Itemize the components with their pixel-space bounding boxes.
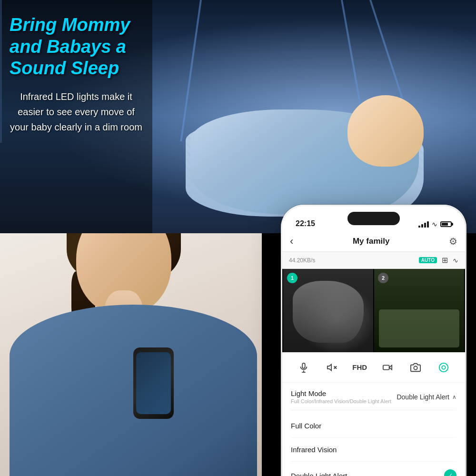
- camera-feed-1[interactable]: 1: [283, 269, 373, 352]
- text-overlay: Bring Mommy and Babays a Sound Sleep Inf…: [0, 0, 152, 233]
- light-mode-current-value[interactable]: Double Light Alert ∧: [397, 393, 456, 401]
- cam2-badge: 2: [378, 273, 388, 283]
- light-mode-section: Light Mode Full Color/Infrared Vision/Do…: [282, 383, 465, 476]
- toolbar-icons: AUTO ⊞ ∿: [419, 256, 458, 265]
- phone-notch: [347, 212, 400, 225]
- svg-point-8: [442, 366, 445, 369]
- baby-head: [347, 95, 424, 167]
- phone-inner-screen: 22:15 ∿: [282, 206, 465, 476]
- woman-photo: [0, 233, 262, 476]
- option-double-light-alert[interactable]: Double Light Alert ✓: [282, 462, 465, 476]
- infrared-view: [283, 269, 373, 352]
- ir-baby-figure: [293, 281, 364, 343]
- room-view: [374, 269, 464, 352]
- woman-hand-phone: [133, 347, 174, 419]
- top-hero-section: Bring Mommy and Babays a Sound Sleep Inf…: [0, 0, 476, 233]
- control-icons-row: FHD: [282, 352, 465, 383]
- option-label: Infrared Vision: [291, 446, 337, 454]
- option-label: Double Light Alert: [291, 472, 347, 476]
- settings-icon[interactable]: ⚙: [449, 236, 457, 247]
- svg-marker-1: [327, 364, 331, 370]
- subtext: Infrared LED lights make it easier to se…: [10, 89, 143, 135]
- signal-icon: [418, 221, 429, 228]
- option-label: Full Color: [291, 422, 321, 430]
- signal-bar-4: [427, 221, 429, 228]
- settings-wheel-button[interactable]: [434, 358, 453, 377]
- camera-feed-2[interactable]: 2: [374, 269, 464, 352]
- status-icons: ∿: [418, 220, 452, 228]
- status-time: 22:15: [296, 219, 315, 228]
- battery-fill: [442, 223, 448, 226]
- quality-button[interactable]: FHD: [350, 358, 369, 377]
- app-toolbar: 44.20KB/s AUTO ⊞ ∿: [282, 252, 465, 269]
- record-button[interactable]: [378, 358, 397, 377]
- selected-checkmark-icon: ✓: [444, 469, 456, 476]
- svg-rect-4: [383, 365, 389, 369]
- snapshot-button[interactable]: [406, 358, 425, 377]
- wifi-status-icon: ∿: [453, 257, 458, 264]
- signal-bar-3: [424, 223, 426, 228]
- wifi-icon: ∿: [432, 220, 437, 228]
- phone-mockup: 22:15 ∿: [281, 205, 471, 476]
- headline: Bring Mommy and Babays a Sound Sleep: [10, 14, 143, 79]
- svg-point-6: [414, 366, 417, 369]
- split-view-icon[interactable]: ⊞: [442, 256, 448, 265]
- light-mode-header: Light Mode Full Color/Infrared Vision/Do…: [282, 383, 465, 406]
- light-mode-title: Light Mode: [291, 389, 391, 397]
- bottom-section: 22:15 ∿: [0, 233, 476, 476]
- auto-badge[interactable]: AUTO: [419, 257, 437, 263]
- app-header: ‹ My family ⚙: [282, 231, 465, 252]
- light-mode-subtitle: Full Color/Infrared Vision/Double Light …: [291, 398, 391, 404]
- svg-point-7: [439, 363, 447, 371]
- signal-bar-2: [421, 224, 423, 228]
- woman-phone-screen: [136, 352, 171, 414]
- room-furniture: [379, 309, 459, 347]
- baby-image: [167, 57, 443, 224]
- divider: [291, 410, 456, 410]
- header-title: My family: [353, 237, 389, 246]
- signal-bar-1: [418, 226, 420, 228]
- option-infrared-vision[interactable]: Infrared Vision: [282, 438, 465, 461]
- svg-rect-0: [303, 363, 306, 368]
- battery-icon: [440, 221, 452, 227]
- camera-feeds: 1 2: [282, 269, 465, 352]
- mute-button[interactable]: [322, 358, 341, 377]
- mic-button[interactable]: [294, 358, 313, 377]
- phone-outer-shell: 22:15 ∿: [281, 205, 466, 476]
- back-button[interactable]: ‹: [290, 235, 293, 248]
- cam1-badge: 1: [287, 273, 298, 283]
- option-full-color[interactable]: Full Color: [282, 414, 465, 437]
- chevron-up-icon: ∧: [452, 394, 456, 400]
- bandwidth-display: 44.20KB/s: [289, 257, 315, 264]
- light-mode-info: Light Mode Full Color/Infrared Vision/Do…: [291, 389, 391, 404]
